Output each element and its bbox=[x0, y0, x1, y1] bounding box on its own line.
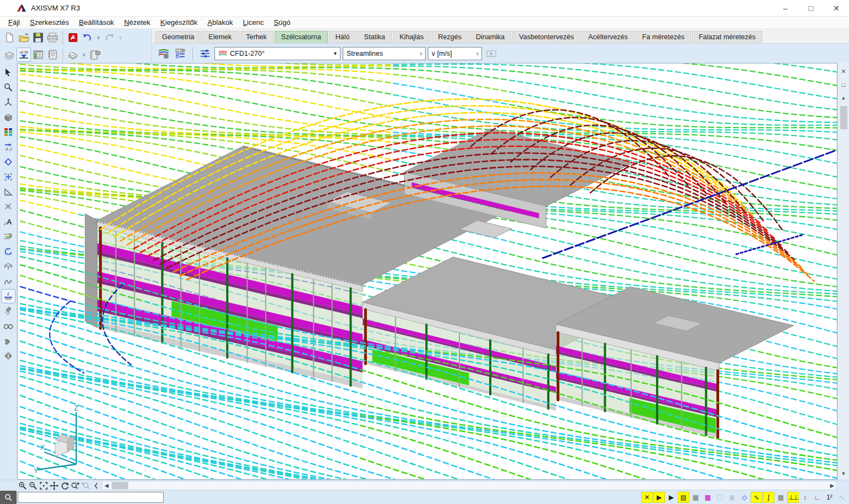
model-viewport[interactable]: Z X Y bbox=[17, 63, 837, 480]
cfd-display-parameters-button[interactable] bbox=[173, 46, 187, 61]
tab-h-l-[interactable]: Háló bbox=[329, 31, 357, 43]
menu-ablakok[interactable]: Ablakok bbox=[202, 17, 238, 28]
menu-licenc[interactable]: Licenc bbox=[238, 17, 269, 28]
redo-dropdown[interactable]: ∨ bbox=[117, 30, 124, 45]
workplanes-button[interactable] bbox=[1, 110, 15, 124]
settings-wrench-button[interactable] bbox=[1, 334, 15, 348]
tab-statika[interactable]: Statika bbox=[358, 31, 392, 43]
pan-button[interactable] bbox=[49, 481, 59, 491]
layers-button[interactable] bbox=[2, 48, 17, 62]
cursor-step-icon[interactable]: ▶ bbox=[665, 492, 677, 503]
crosshair-cursor-icon[interactable]: ✕ bbox=[641, 492, 653, 503]
base-level-button[interactable]: ±0,00 bbox=[17, 48, 31, 62]
menu-nzetek[interactable]: Nézetek bbox=[119, 17, 155, 28]
redo-button[interactable] bbox=[102, 30, 117, 45]
find-button[interactable] bbox=[1, 319, 15, 333]
command-input[interactable] bbox=[18, 492, 164, 503]
parts-active-icon[interactable]: ▦ bbox=[702, 492, 714, 503]
zoom-out-button[interactable] bbox=[28, 481, 38, 491]
rotate-button[interactable] bbox=[59, 481, 70, 491]
property-sets-button[interactable] bbox=[66, 48, 80, 62]
section-segment-icon[interactable]: ∫ bbox=[763, 492, 774, 503]
tab-terhek[interactable]: Terhek bbox=[239, 31, 274, 43]
minimize-button[interactable]: – bbox=[773, 0, 798, 17]
hscroll-left-icon[interactable]: ◀ bbox=[102, 482, 111, 489]
polyline-draw-icon[interactable]: ∿ bbox=[751, 492, 762, 503]
tab-sz-lcsatorna[interactable]: Szélcsatorna bbox=[275, 31, 328, 43]
drawing-library-button[interactable] bbox=[88, 48, 102, 62]
vscroll-up-icon[interactable]: ▲ bbox=[839, 93, 848, 103]
tab-ac-ltervez-s[interactable]: Acéltervezés bbox=[581, 31, 635, 43]
menu-szerkeszts[interactable]: Szerkesztés bbox=[25, 17, 74, 28]
save-file-button[interactable] bbox=[31, 30, 45, 45]
cfd-streamlines-view[interactable] bbox=[18, 64, 837, 479]
child-close-button[interactable]: ✕ bbox=[839, 66, 848, 76]
view-directions-button[interactable] bbox=[1, 95, 15, 109]
tab-dinamika[interactable]: Dinamika bbox=[469, 31, 511, 43]
zoom-in-button[interactable] bbox=[17, 481, 28, 491]
local-axes-icon[interactable]: ∟ bbox=[811, 492, 823, 503]
tab-fa-m-retez-s[interactable]: Fa méretezés bbox=[636, 31, 691, 43]
workplane-grid-b-icon[interactable]: ▣ bbox=[726, 492, 738, 503]
undo-dropdown[interactable]: ∨ bbox=[95, 30, 102, 45]
tables-button[interactable] bbox=[31, 48, 45, 62]
drafting-tools-button[interactable] bbox=[1, 185, 15, 199]
select-cursor-button[interactable] bbox=[1, 65, 15, 80]
vscroll-thumb[interactable] bbox=[840, 106, 847, 129]
parts-button[interactable] bbox=[1, 259, 15, 274]
hide-dimension-button[interactable] bbox=[1, 200, 15, 214]
menu-kiegsztk[interactable]: Kiegészítők bbox=[155, 17, 202, 28]
hscroll-right-icon[interactable]: ▶ bbox=[828, 482, 836, 489]
table-display-icon[interactable]: ▤ bbox=[678, 492, 689, 503]
pdf-export-button[interactable] bbox=[66, 30, 80, 45]
new-file-button[interactable] bbox=[2, 30, 17, 45]
view-undo-button[interactable] bbox=[70, 481, 80, 491]
zoom-tool-button[interactable] bbox=[1, 80, 15, 95]
undo-button[interactable] bbox=[80, 30, 95, 45]
numbering-icon[interactable]: 1² bbox=[824, 492, 835, 503]
tab-kihajl-s[interactable]: Kihajlás bbox=[393, 31, 431, 43]
cfd-result-scale-button[interactable] bbox=[198, 46, 212, 61]
child-restore-button[interactable]: □ bbox=[839, 80, 848, 90]
report-maker-button[interactable] bbox=[45, 48, 60, 62]
parts-all-icon[interactable]: ▦ bbox=[690, 492, 701, 503]
text-annotation-button[interactable]: A bbox=[1, 214, 15, 229]
geometry-check-button[interactable] bbox=[1, 155, 15, 169]
rendering-light-button[interactable] bbox=[1, 304, 15, 318]
model-info-button[interactable]: i bbox=[1, 349, 15, 363]
print-button[interactable] bbox=[45, 30, 60, 45]
animation-player-button[interactable] bbox=[484, 46, 499, 61]
load-case-selector[interactable]: CFD1-270° ▼ bbox=[214, 47, 340, 60]
geometry-node-icon[interactable]: ◇ bbox=[738, 492, 750, 503]
workplane-grid-a-icon[interactable]: ▢ bbox=[714, 492, 726, 503]
tab-geometria[interactable]: Geometria bbox=[155, 31, 201, 43]
hscroll-thumb[interactable] bbox=[112, 482, 128, 489]
collapse-left-button[interactable] bbox=[91, 481, 101, 491]
domain-contour-button[interactable] bbox=[1, 274, 15, 288]
close-button[interactable]: ✕ bbox=[824, 0, 849, 17]
tab-vasbetontervez-s[interactable]: Vasbetontervezés bbox=[512, 31, 580, 43]
loads-display-icon[interactable]: ↕ bbox=[799, 492, 811, 503]
horizontal-scrollbar[interactable]: ◀ ▶ bbox=[102, 481, 837, 490]
tab-rezg-s[interactable]: Rezgés bbox=[432, 31, 468, 43]
menu-fjl[interactable]: Fájl bbox=[3, 17, 25, 28]
renumber-button[interactable]: 123 bbox=[1, 244, 15, 259]
tab-falazat-m-retez-s[interactable]: Falazat méretezés bbox=[692, 31, 762, 43]
background-layers-button[interactable] bbox=[1, 229, 15, 244]
supports-display-icon[interactable]: ⊥⊥ bbox=[787, 492, 799, 503]
mesh-display-icon[interactable]: ▦ bbox=[775, 492, 787, 503]
maximize-button[interactable]: □ bbox=[798, 0, 824, 17]
search-button[interactable] bbox=[0, 491, 17, 504]
view-redo-button[interactable] bbox=[80, 481, 91, 491]
cursor-snap-grid-icon[interactable]: ▶ bbox=[653, 492, 665, 503]
property-sets-dropdown[interactable]: ∨ bbox=[80, 48, 88, 62]
result-component-selector[interactable]: v [m/s] ∨ bbox=[428, 47, 482, 60]
open-file-button[interactable] bbox=[17, 30, 31, 45]
mesh-nodes-button[interactable] bbox=[1, 170, 15, 184]
menu-sg[interactable]: Súgó bbox=[269, 17, 295, 28]
vscroll-down-icon[interactable]: ▼ bbox=[839, 469, 848, 479]
zoom-fit-button[interactable] bbox=[38, 481, 49, 491]
tab-elemek[interactable]: Elemek bbox=[202, 31, 238, 43]
menu-belltsok[interactable]: Beállítások bbox=[74, 17, 119, 28]
cfd-wind-tunnel-setup-button[interactable] bbox=[156, 46, 171, 61]
